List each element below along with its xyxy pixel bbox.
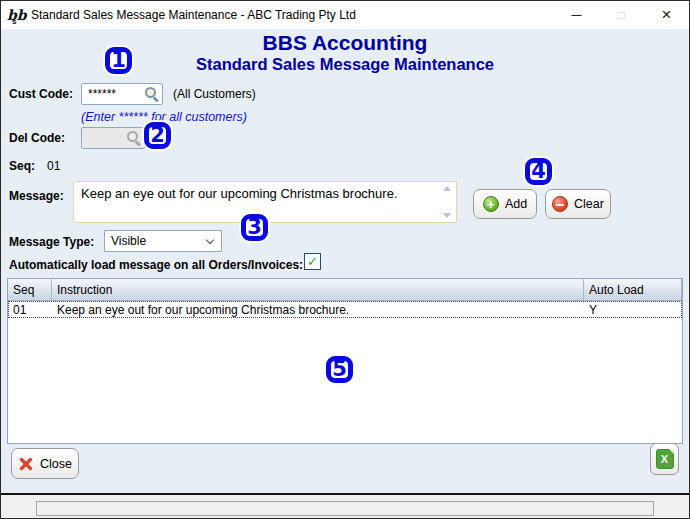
app-logo-icon: bbs [7, 5, 27, 25]
scroll-down-icon[interactable] [443, 213, 451, 218]
seq-value: 01 [47, 159, 60, 173]
seq-label: Seq: [9, 159, 35, 173]
cust-code-suffix: (All Customers) [173, 87, 256, 101]
clear-button[interactable]: Clear [545, 189, 611, 219]
close-x-icon [18, 456, 34, 472]
close-button[interactable]: Close [11, 448, 79, 479]
close-window-button[interactable]: × [644, 1, 689, 29]
app-name-heading: BBS Accounting [1, 31, 689, 55]
add-button[interactable]: + Add [473, 189, 537, 219]
cust-code-label: Cust Code: [9, 87, 73, 101]
clear-minus-icon [552, 196, 568, 212]
message-type-dropdown[interactable]: Visible [104, 230, 222, 252]
column-header-auto-load[interactable]: Auto Load [584, 279, 682, 300]
del-code-lookup-magnifier-icon[interactable] [127, 131, 141, 145]
check-icon: ✓ [307, 254, 318, 269]
annotation-badge-2: 2 [144, 122, 171, 149]
column-header-instruction[interactable]: Instruction [52, 279, 584, 300]
window-title: Standard Sales Message Maintenance - ABC… [31, 1, 356, 29]
clear-button-label: Clear [574, 197, 604, 211]
auto-load-checkbox[interactable]: ✓ [304, 253, 321, 270]
table-row[interactable]: 01 Keep an eye out for our upcoming Chri… [8, 301, 682, 318]
message-type-value: Visible [111, 234, 146, 248]
message-text: Keep an eye out for our upcoming Christm… [81, 186, 398, 201]
annotation-badge-1: 1 [105, 47, 132, 74]
message-scrollbar[interactable] [441, 186, 453, 218]
column-header-seq[interactable]: Seq [8, 279, 52, 300]
scroll-up-icon[interactable] [443, 186, 451, 191]
cell-seq: 01 [8, 303, 52, 317]
del-code-input[interactable] [81, 127, 145, 149]
cell-instruction: Keep an eye out for our upcoming Christm… [52, 303, 584, 317]
annotation-badge-4: 4 [525, 158, 552, 185]
window-controls: ─ □ × [554, 1, 689, 29]
status-bar [1, 493, 689, 519]
title-bar: bbs Standard Sales Message Maintenance -… [1, 1, 689, 29]
del-code-label: Del Code: [9, 131, 65, 145]
status-panel [36, 501, 654, 516]
add-button-label: Add [505, 197, 527, 211]
annotation-badge-3: 3 [241, 214, 268, 241]
auto-load-label: Automatically load message on all Orders… [9, 258, 303, 272]
cust-code-lookup-magnifier-icon[interactable] [145, 87, 159, 101]
cust-code-value: ****** [88, 87, 116, 101]
cust-code-input[interactable]: ****** [81, 83, 163, 105]
maximize-button[interactable]: □ [599, 1, 644, 29]
message-type-label: Message Type: [9, 235, 94, 249]
annotation-badge-5: 5 [326, 356, 353, 383]
table-header-row: Seq Instruction Auto Load [8, 279, 682, 301]
chevron-down-icon [206, 235, 214, 243]
excel-file-icon: X [656, 449, 674, 469]
minimize-button[interactable]: ─ [554, 1, 599, 29]
cell-auto-load: Y [584, 303, 682, 317]
close-button-label: Close [40, 457, 72, 471]
app-window: bbs Standard Sales Message Maintenance -… [0, 0, 690, 519]
message-label: Message: [9, 189, 64, 203]
export-excel-button[interactable]: X [650, 443, 679, 475]
add-plus-icon: + [483, 196, 499, 212]
